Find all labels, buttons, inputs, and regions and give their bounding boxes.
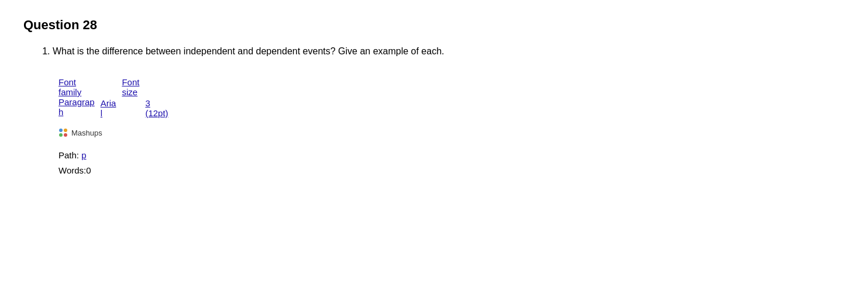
paragraph-link[interactable]: Paragraph — [58, 97, 95, 117]
font-size-cell: Fontsize — [122, 76, 145, 119]
question-item: What is the difference between independe… — [53, 44, 845, 58]
font-value-cell: Arial — [101, 76, 122, 119]
svg-point-3 — [64, 133, 67, 137]
mashups-label: Mashups — [71, 129, 102, 137]
question-title: Question 28 — [23, 18, 845, 33]
size-value-link[interactable]: 3(12pt) — [145, 98, 168, 118]
toolbar-area: Fontfamily Paragraph Arial Fontsize — [58, 76, 845, 178]
svg-point-2 — [59, 133, 63, 137]
question-text: What is the difference between independe… — [53, 46, 445, 56]
mashups-icon — [58, 128, 68, 137]
path-words-area: Path: p Words:0 — [58, 148, 845, 178]
path-line: Path: p — [58, 148, 845, 163]
size-value-cell: 3(12pt) — [145, 76, 174, 119]
question-list: What is the difference between independe… — [41, 44, 845, 58]
words-line: Words:0 — [58, 163, 845, 178]
page-container: Question 28 What is the difference betwe… — [0, 0, 868, 207]
question-body: What is the difference between independe… — [41, 44, 845, 178]
font-family-link[interactable]: Fontfamily — [58, 77, 95, 97]
toolbar-table: Fontfamily Paragraph Arial Fontsize — [58, 76, 174, 119]
svg-point-1 — [64, 129, 67, 132]
path-label: Path: — [58, 150, 79, 160]
font-size-link[interactable]: Fontsize — [122, 77, 139, 97]
mashups-row: Mashups — [58, 128, 845, 137]
svg-point-0 — [59, 129, 63, 132]
arial-link[interactable]: Arial — [101, 98, 116, 118]
font-family-cell: Fontfamily Paragraph — [58, 76, 101, 119]
path-link[interactable]: p — [81, 150, 86, 160]
